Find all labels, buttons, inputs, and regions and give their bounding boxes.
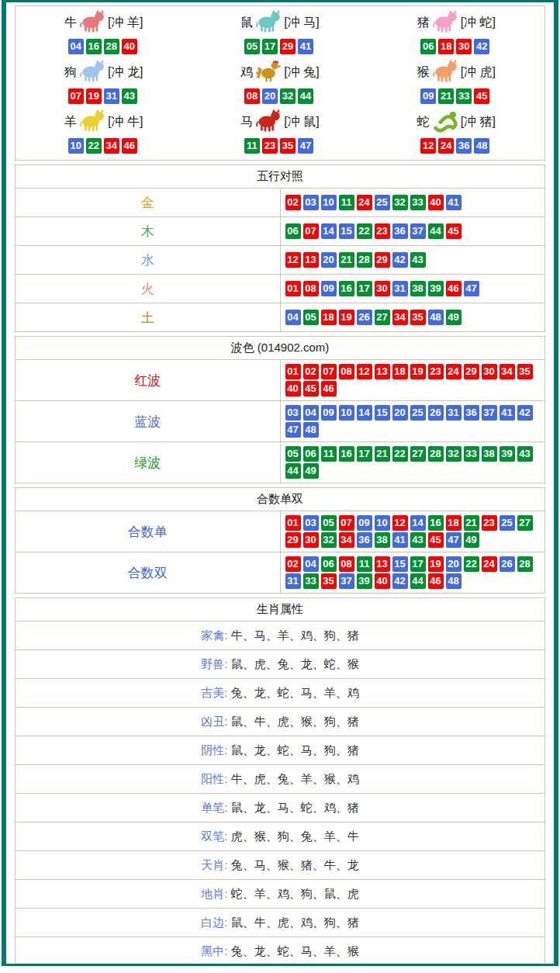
number-ball: 29 [280,39,296,54]
number-ball: 47 [464,281,479,296]
number-ball: 17 [262,39,278,54]
number-ball: 20 [262,88,278,104]
number-ball: 46 [428,573,444,589]
table-row: 土04051819262734354849 [16,303,545,332]
zodiac-name-line: 牛[冲 羊] [16,9,192,36]
number-ball: 01 [285,515,301,531]
number-ball-row: 04051819262734354849 [280,303,545,332]
number-ball: 26 [428,405,444,421]
zodiac-name: 鸡 [240,64,253,81]
number-ball: 10 [375,515,390,531]
zodiac-name: 猪 [417,15,430,31]
number-ball: 40 [428,195,444,210]
number-ball: 35 [321,573,337,589]
number-ball: 03 [303,195,319,210]
number-ball: 28 [428,446,444,462]
zodiac-clash-label: [冲 鼠] [284,114,319,130]
zodiac-clash-label: [冲 兔] [284,64,319,81]
row-label: 土 [16,303,281,332]
attribute-row: 凶丑: 鼠、牛、虎、猴、狗、猪 [16,708,545,736]
attribute-value: 鼠、龙、蛇、马、狗、猪 [228,743,359,757]
table-row: 红波0102070812131819232429303435404546 [16,360,545,401]
attribute-row: 天肖: 兔、马、猴、猪、牛、龙 [16,851,545,880]
number-ball: 43 [410,252,426,268]
zodiac-cell: 牛[冲 羊]04162840 [16,8,192,57]
attribute-row: 家禽: 牛、马、羊、鸡、狗、猪 [16,622,545,650]
number-ball: 47 [285,422,301,438]
number-ball: 25 [500,515,515,531]
number-ball: 41 [298,39,313,54]
number-ball: 13 [303,252,319,268]
number-ball: 28 [517,556,533,572]
number-ball: 47 [298,138,313,154]
number-ball: 05 [285,446,301,462]
attribute-row: 双笔: 虎、猴、狗、兔、羊、牛 [16,822,545,851]
attribute-label: 野兽: [201,657,227,670]
number-ball: 27 [517,515,533,531]
number-ball: 42 [392,573,408,589]
number-ball: 10 [339,405,354,421]
zodiac-cell: 猴[冲 虎]09213345 [368,57,544,107]
table-row: 金02031011242532334041 [16,189,545,217]
table-row: 水1213202128294243 [16,246,545,275]
number-ball: 14 [410,515,426,531]
number-ball: 41 [392,532,408,548]
number-ball: 28 [104,39,119,54]
number-ball: 04 [68,39,84,54]
number-ball: 43 [410,532,426,548]
number-ball: 46 [446,281,461,296]
snake-icon [431,108,459,136]
zodiac-name-line: 羊[冲 牛] [16,108,192,136]
number-ball-row: 03040910141520252631363741424748 [280,401,545,442]
ox-icon [78,9,106,36]
number-ball: 19 [428,556,444,572]
table-row: 绿波05061116172122272832333839434449 [16,442,545,483]
number-ball: 24 [357,195,372,210]
number-ball: 36 [357,532,372,548]
number-ball: 37 [482,405,497,421]
number-ball: 21 [339,252,354,268]
pig-icon [431,9,459,36]
attribute-row: 阴性: 鼠、龙、蛇、马、狗、猪 [16,736,545,765]
horse-icon [254,108,282,136]
number-ball: 05 [321,515,337,531]
number-ball: 24 [446,364,461,379]
number-ball-row: 1213202128294243 [280,246,545,275]
number-ball: 19 [410,364,426,379]
number-ball: 40 [285,381,301,396]
number-ball: 08 [339,556,354,572]
row-label: 红波 [16,360,281,401]
number-ball: 34 [392,310,408,325]
number-ball: 18 [438,39,454,54]
number-ball: 49 [446,310,461,325]
number-ball: 13 [375,364,390,379]
number-ball: 11 [321,446,337,462]
number-ball: 40 [122,39,137,54]
number-ball: 16 [86,39,102,54]
number-ball: 30 [303,532,319,548]
zodiac-name: 狗 [64,64,77,81]
number-ball: 46 [321,381,337,396]
attribute-row: 单笔: 鼠、龙、马、蛇、鸡、猪 [16,794,545,822]
number-ball: 45 [303,381,319,396]
attribute-value: 牛、马、羊、鸡、狗、猪 [228,628,359,642]
zodiac-name-line: 鼠[冲 马] [192,9,368,36]
attribute-value: 鼠、牛、虎、猴、狗、猪 [228,715,359,728]
number-ball: 23 [262,138,278,154]
number-ball: 32 [321,532,337,548]
number-ball: 07 [321,364,337,379]
number-ball: 16 [339,446,354,462]
zodiac-number-row: 07193143 [16,88,192,105]
number-ball: 43 [517,446,533,462]
number-ball: 11 [339,195,354,210]
number-ball: 23 [482,515,497,531]
attribute-value: 蛇、羊、鸡、狗、鼠、虎 [228,887,359,900]
number-ball: 34 [104,138,119,154]
number-ball: 22 [86,138,102,154]
row-label: 合数单 [16,511,281,552]
number-ball: 03 [285,405,301,421]
number-ball: 27 [375,310,390,325]
number-ball-row: 0204060811131517192022242628313335373940… [280,552,545,594]
wave-color-table: 波色 (014902.com) 红波0102070812131819232429… [15,336,545,483]
number-ball: 26 [500,556,515,572]
